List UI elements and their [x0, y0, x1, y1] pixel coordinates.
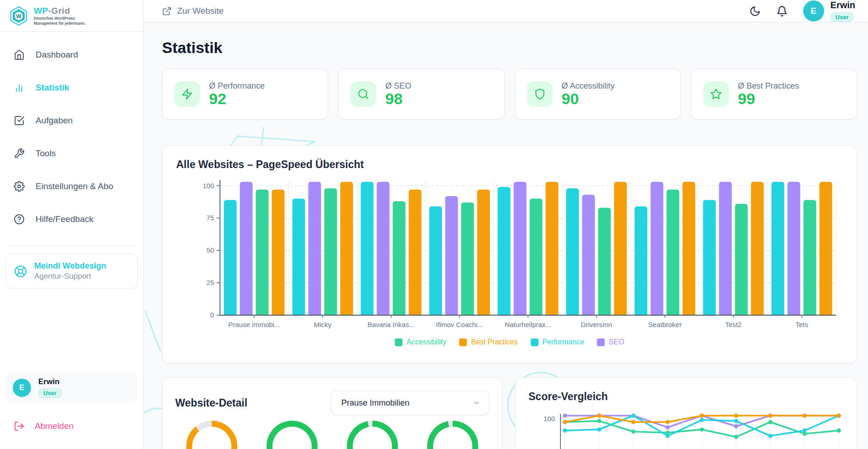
sidebar-user-name: Erwin — [38, 377, 62, 386]
sidebar-user-card[interactable]: E Erwin User — [5, 372, 138, 403]
bar-accessibility-seatbroker — [667, 190, 680, 315]
pagespeed-bar-chart: Prause Immobi...MickyBavaria Inkas...Ifi… — [176, 178, 843, 335]
dark-mode-toggle[interactable] — [749, 5, 761, 17]
avatar: E — [803, 0, 824, 21]
stat-value: 99 — [738, 91, 799, 107]
home-icon — [14, 49, 25, 60]
bar-performance-naturheilprax — [498, 187, 511, 315]
bar-seo-prause-immobi — [240, 182, 253, 315]
logout-icon — [14, 421, 25, 432]
website-select[interactable]: Prause Immobilien — [331, 391, 489, 415]
agency-name: Meindl Webdesign — [34, 261, 106, 271]
sidebar: W WP-Grid Deutsches WordPress Management… — [0, 0, 144, 449]
logout-button[interactable]: Abmelden — [5, 416, 138, 436]
stat-icon-box — [703, 81, 729, 107]
svg-text:Bavaria Inkas...: Bavaria Inkas... — [367, 321, 414, 328]
legend-label: SEO — [609, 338, 624, 346]
sidebar-item-statistik[interactable]: Statistik — [5, 78, 138, 98]
avatar: E — [13, 379, 31, 397]
bar-accessibility-naturheilprax — [530, 199, 543, 315]
stat-icon-box — [350, 81, 376, 107]
bar-seo-seatbroker — [651, 182, 664, 315]
stat-label: Ø SEO — [385, 81, 411, 91]
sidebar-bottom: E Erwin User Abmelden — [0, 372, 143, 449]
sidebar-item-label: Dashboard — [36, 50, 78, 60]
bar-seo-tets — [788, 182, 800, 315]
check-square-icon — [14, 115, 25, 126]
bar-best-practices-ifimov-coachi — [477, 190, 490, 315]
sidebar-item-tools[interactable]: Tools — [5, 143, 138, 164]
bar-accessibility-ifimov-coachi — [461, 202, 474, 315]
brand-tagline-1: Deutsches WordPress — [34, 16, 85, 21]
svg-text:W: W — [16, 13, 21, 20]
topbar-user-menu[interactable]: E Erwin User — [803, 0, 855, 22]
sidebar-item-einstellungen-abo[interactable]: Einstellungen & Abo — [5, 176, 138, 196]
bar-best-practices-driversinn — [614, 182, 627, 315]
bar-accessibility-bavaria-inkas — [393, 201, 406, 315]
bar-accessibility-tets — [804, 200, 816, 315]
legend-item-accessibility[interactable]: Accessibility — [395, 338, 446, 346]
brand-text: WP-Grid Deutsches WordPress Management f… — [34, 6, 85, 26]
sidebar-item-aufgaben[interactable]: Aufgaben — [5, 111, 138, 131]
svg-text:0: 0 — [210, 311, 214, 319]
score-gauge-best-practices — [427, 421, 478, 449]
website-detail-card: Website-Detail Prause Immobilien — [162, 377, 502, 449]
bar-seo-ifimov-coachi — [445, 196, 458, 315]
stat-icon-box — [174, 81, 200, 107]
sidebar-item-label: Einstellungen & Abo — [36, 181, 113, 191]
agency-subtitle: Agentur-Support — [34, 272, 106, 281]
search-icon — [357, 88, 369, 100]
score-gauges-row — [175, 421, 489, 449]
bar-performance-tets — [772, 182, 784, 315]
sidebar-item-label: Tools — [36, 148, 56, 158]
brand-name-primary: WP — [34, 6, 48, 16]
page-content: Statistik Ø Performance 92 Ø SEO 98 Ø Ac… — [144, 22, 868, 449]
svg-text:100: 100 — [203, 182, 214, 190]
website-select-value: Prause Immobilien — [341, 398, 409, 408]
external-link-icon — [162, 6, 172, 16]
website-detail-title: Website-Detail — [175, 397, 247, 409]
legend-swatch — [597, 338, 605, 346]
legend-item-performance[interactable]: Performance — [531, 338, 585, 346]
zap-icon — [181, 88, 193, 100]
bar-performance-seatbroker — [635, 206, 648, 315]
logout-label: Abmelden — [35, 421, 74, 431]
sidebar-item-hilfe-feedback[interactable]: Hilfe/Feedback — [5, 209, 138, 229]
legend-swatch — [459, 338, 467, 346]
pagespeed-overview-card: Alle Websites – PageSpeed Übersicht Prau… — [162, 145, 857, 364]
bar-performance-driversinn — [566, 188, 579, 315]
stat-label: Ø Best Practices — [738, 81, 799, 91]
agency-support-card[interactable]: Meindl Webdesign Agentur-Support — [5, 254, 138, 289]
legend-item-seo[interactable]: SEO — [597, 338, 624, 346]
bar-performance-ifimov-coachi — [429, 206, 442, 315]
bar-chart-icon — [14, 82, 25, 93]
topbar: Zur Website E Erwin User — [144, 0, 868, 22]
legend-item-best-practices[interactable]: Best Practices — [459, 338, 518, 346]
bottom-row: Website-Detail Prause Immobilien Score-V… — [162, 377, 857, 449]
sidebar-item-dashboard[interactable]: Dashboard — [5, 45, 138, 65]
score-gauge-seo — [267, 421, 318, 449]
legend-label: Accessibility — [407, 338, 446, 346]
zur-website-link[interactable]: Zur Website — [162, 6, 224, 16]
chart-legend: AccessibilityBest PracticesPerformanceSE… — [176, 338, 843, 346]
gear-icon — [14, 181, 25, 192]
legend-label: Best Practices — [471, 338, 518, 346]
bar-accessibility-driversinn — [598, 208, 611, 315]
topbar-right: E Erwin User — [749, 0, 855, 22]
score-gauge-performance — [186, 421, 237, 449]
brand-tagline-2: Management für jedermann. — [34, 21, 85, 26]
wp-grid-logo-icon: W — [8, 5, 29, 26]
svg-text:100: 100 — [544, 415, 555, 423]
chevron-down-icon — [472, 399, 481, 407]
sidebar-item-label: Statistik — [36, 83, 69, 93]
legend-swatch — [531, 338, 539, 346]
bar-performance-prause-immobi — [224, 200, 237, 315]
stat-value: 90 — [562, 91, 615, 107]
bar-best-practices-bavaria-inkas — [409, 190, 422, 315]
bar-best-practices-micky — [340, 182, 353, 315]
moon-icon — [749, 5, 761, 17]
brand-name-secondary: -Grid — [48, 6, 70, 16]
brand-logo[interactable]: W WP-Grid Deutsches WordPress Management… — [0, 0, 143, 32]
notifications-button[interactable] — [776, 5, 788, 17]
main-area: Zur Website E Erwin User — [144, 0, 868, 449]
